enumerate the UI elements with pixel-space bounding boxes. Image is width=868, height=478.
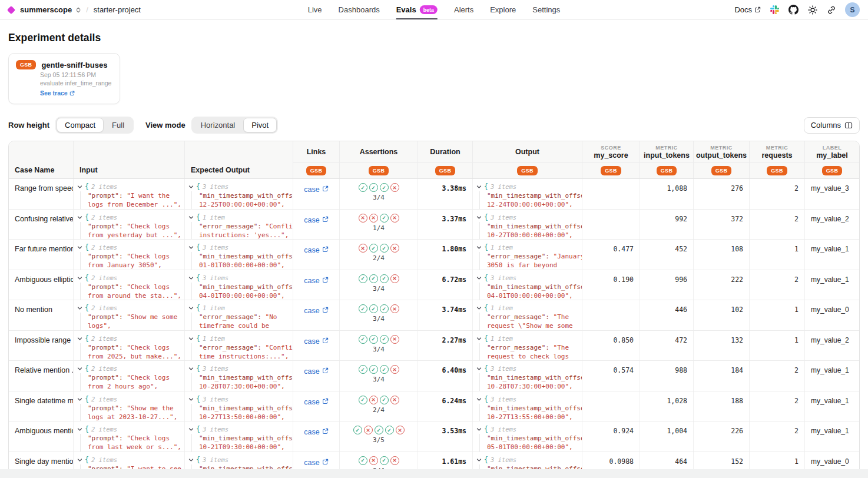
tab-alerts[interactable]: Alerts: [454, 0, 473, 19]
expand-chevron-icon[interactable]: [188, 275, 194, 281]
case-link[interactable]: case: [304, 246, 328, 255]
assertion-pass-icon: ✓: [369, 274, 378, 283]
avatar[interactable]: S: [845, 2, 860, 17]
assertion-fail-icon: ✕: [390, 335, 399, 344]
docs-link[interactable]: Docs: [734, 5, 761, 14]
case-link[interactable]: case: [304, 398, 328, 407]
view-mode-horizontal-option[interactable]: Horizontal: [193, 118, 244, 132]
expand-chevron-icon[interactable]: [188, 397, 194, 402]
row-height-full-option[interactable]: Full: [104, 118, 132, 132]
json-value: 04-01T00:00:00+00:00",: [199, 291, 290, 300]
expand-chevron-icon[interactable]: [188, 366, 194, 371]
tab-live[interactable]: Live: [308, 0, 322, 19]
json-value: request to check logs: [487, 352, 579, 360]
tab-explore[interactable]: Explore: [490, 0, 516, 19]
tab-evals[interactable]: Evals beta: [396, 0, 438, 19]
json-item-count: 1 item: [203, 304, 225, 311]
json-key: "prompt":: [88, 434, 123, 442]
org-switcher[interactable]: summerscope: [8, 5, 81, 14]
input-cell: { 2 items "prompt": "Check logs from las…: [74, 421, 185, 452]
columns-button[interactable]: Columns: [804, 117, 860, 134]
tab-settings[interactable]: Settings: [532, 0, 560, 19]
json-item-count: 2 items: [91, 426, 117, 433]
expand-chevron-icon[interactable]: [188, 336, 194, 341]
expand-chevron-icon[interactable]: [476, 275, 482, 281]
case-link-label: case: [304, 185, 319, 194]
bottom-scroll-area[interactable]: [0, 469, 868, 478]
json-value: "The: [554, 313, 569, 321]
expand-chevron-icon[interactable]: [188, 427, 194, 432]
assertion-icons: ✓✕✓✕: [359, 396, 399, 404]
expected-output-cell: { 3 items "min_timestamp_with_offset" 10…: [185, 421, 293, 452]
json-brace: {: [484, 334, 488, 343]
expand-chevron-icon[interactable]: [188, 457, 194, 463]
expand-chevron-icon[interactable]: [476, 457, 482, 463]
input-cell: { 2 items "prompt": "Show me some logs",: [74, 300, 185, 330]
expand-chevron-icon[interactable]: [188, 245, 194, 250]
expand-chevron-icon[interactable]: [476, 336, 482, 341]
expand-chevron-icon[interactable]: [476, 427, 482, 432]
case-link[interactable]: case: [304, 337, 328, 347]
expand-chevron-icon[interactable]: [476, 184, 482, 190]
case-link[interactable]: case: [304, 459, 328, 468]
expand-chevron-icon[interactable]: [77, 306, 82, 311]
slack-icon[interactable]: [770, 5, 780, 15]
expand-chevron-icon[interactable]: [476, 215, 482, 220]
json-value: "Check logs: [127, 253, 170, 260]
org-name[interactable]: summerscope: [20, 5, 72, 14]
json-value: 10-27T00:00:00+00:00",: [487, 231, 579, 239]
row-height-compact-option[interactable]: Compact: [57, 118, 104, 132]
expand-chevron-icon[interactable]: [188, 215, 194, 220]
duration-cell: 3.38ms: [418, 179, 473, 209]
expand-chevron-icon[interactable]: [188, 306, 194, 311]
case-link[interactable]: case: [304, 428, 328, 437]
case-link[interactable]: case: [304, 277, 328, 286]
expand-chevron-icon[interactable]: [476, 397, 482, 402]
github-icon[interactable]: [789, 5, 799, 15]
external-link-icon: [322, 398, 329, 404]
case-link[interactable]: case: [304, 216, 328, 225]
theme-toggle-sun-icon[interactable]: [807, 5, 817, 15]
expand-chevron-icon[interactable]: [77, 397, 82, 402]
case-link[interactable]: case: [304, 307, 328, 316]
view-mode-pivot-option[interactable]: Pivot: [243, 118, 277, 132]
expand-chevron-icon[interactable]: [77, 245, 82, 250]
duration-cell: 6.40ms: [418, 361, 473, 391]
assertion-fail-icon: ✕: [390, 456, 399, 465]
expand-chevron-icon[interactable]: [77, 427, 82, 432]
case-link[interactable]: case: [304, 367, 328, 377]
assertion-pass-icon: ✓: [380, 244, 389, 253]
input-tokens-cell: 1,028: [640, 391, 694, 421]
beta-badge: beta: [420, 5, 438, 14]
assertion-pass-icon: ✓: [380, 365, 389, 374]
expand-chevron-icon[interactable]: [77, 275, 82, 281]
expand-chevron-icon[interactable]: [77, 457, 82, 463]
json-item-count: 3 items: [203, 183, 228, 190]
col-type-label: SCORE: [601, 145, 621, 151]
expand-chevron-icon[interactable]: [77, 215, 82, 220]
expand-chevron-icon[interactable]: [188, 184, 194, 190]
external-link-icon: [322, 459, 329, 465]
breadcrumb-project[interactable]: starter-project: [94, 5, 141, 14]
json-brace: {: [196, 425, 200, 433]
expand-chevron-icon[interactable]: [476, 245, 482, 250]
see-trace-link[interactable]: See trace: [40, 89, 75, 97]
expand-chevron-icon[interactable]: [77, 366, 82, 371]
assertions-cell: ✓✓✓✕ 3/4: [340, 179, 418, 209]
case-name-cell: Impossible range: [9, 331, 74, 361]
json-value: logs from December ...",: [88, 200, 182, 208]
link-icon[interactable]: [826, 5, 836, 15]
input-tokens-cell: 988: [640, 361, 694, 391]
json-key: "min_timestamp_with_offset": [487, 374, 582, 381]
json-item-count: 3 items: [203, 396, 228, 403]
assertions-cell: ✓✓✓✕ 3/4: [340, 331, 418, 361]
org-select-chevrons-icon[interactable]: [76, 7, 81, 13]
expand-chevron-icon[interactable]: [77, 336, 82, 341]
expand-chevron-icon[interactable]: [476, 306, 482, 311]
view-mode-segmented: Horizontal Pivot: [191, 117, 278, 134]
expand-chevron-icon[interactable]: [77, 184, 82, 190]
case-link[interactable]: case: [304, 185, 328, 195]
expand-chevron-icon[interactable]: [476, 366, 482, 371]
assertion-fail-icon: ✕: [390, 304, 399, 313]
tab-dashboards[interactable]: Dashboards: [339, 0, 380, 19]
